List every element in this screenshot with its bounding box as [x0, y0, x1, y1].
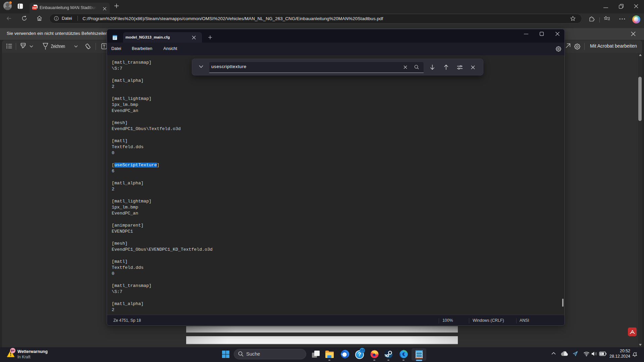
svg-text:PDF: PDF: [33, 7, 37, 9]
svg-text:z: z: [636, 352, 637, 354]
